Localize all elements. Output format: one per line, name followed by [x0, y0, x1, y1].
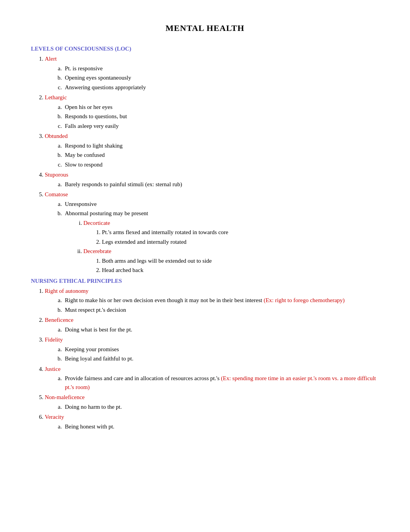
item-label: Fidelity	[45, 337, 63, 343]
list-item: Doing what is best for the pt.	[63, 325, 379, 334]
list-item: Right to make his or her own decision ev…	[63, 296, 379, 305]
sublist: Pt. is responsiveOpening eyes spontaneou…	[63, 64, 379, 92]
example-text: (Ex: right to forego chemotherapy)	[264, 297, 345, 303]
sublist: Respond to light shakingMay be confusedS…	[63, 141, 379, 169]
list-item: Non-maleficenceDoing no harm to the pt.	[45, 393, 379, 411]
list-item: Open his or her eyes	[63, 103, 379, 112]
content-area: LEVELS OF CONSCIOUSNESS (LOC)AlertPt. is…	[31, 46, 379, 431]
item-label: Obtunded	[45, 133, 68, 139]
list-item: Doing no harm to the pt.	[63, 403, 379, 411]
sublist: Barely responds to painful stimuli (ex: …	[63, 180, 379, 189]
item-label: Alert	[45, 56, 57, 62]
list-item: VeracityBeing honest with pt.	[45, 413, 379, 431]
list-item: Respond to light shaking	[63, 141, 379, 150]
sublist: Provide fairness and care and in allocat…	[63, 374, 379, 391]
sublist: Being honest with pt.	[63, 422, 379, 431]
list-item: DecerebrateBoth arms and legs will be ex…	[83, 247, 379, 275]
roman-list: DecorticatePt.'s arms flexed and interna…	[83, 219, 379, 275]
list-item: Head arched back	[102, 266, 379, 275]
roman-label: Decorticate	[83, 220, 110, 226]
list-item: Pt. is responsive	[63, 64, 379, 73]
list-item: Abnormal posturing may be presentDecorti…	[63, 209, 379, 275]
list-item: Falls asleep very easily	[63, 122, 379, 131]
item-label: Lethargic	[45, 94, 67, 100]
list-item: Slow to respond	[63, 160, 379, 169]
section-heading-nursing-ethics: NURSING ETHICAL PRINCIPLES	[31, 278, 379, 284]
list-item: May be confused	[63, 151, 379, 160]
item-label: Veracity	[45, 414, 64, 420]
sublist: Doing what is best for the pt.	[63, 325, 379, 334]
item-label: Non-maleficence	[45, 394, 85, 400]
sublist: UnresponsiveAbnormal posturing may be pr…	[63, 200, 379, 275]
sublist: Keeping your promisesBeing loyal and fai…	[63, 345, 379, 363]
list-item: Responds to questions, but	[63, 112, 379, 121]
item-label: Stuporous	[45, 172, 68, 178]
item-label: Beneficence	[45, 317, 73, 323]
list-item: FidelityKeeping your promisesBeing loyal…	[45, 335, 379, 363]
list-item: Barely responds to painful stimuli (ex: …	[63, 180, 379, 189]
list-item: Unresponsive	[63, 200, 379, 209]
list-item: Answering questions appropriately	[63, 83, 379, 92]
list-item: JusticeProvide fairness and care and in …	[45, 365, 379, 392]
list-item: Pt.'s arms flexed and internally rotated…	[102, 228, 379, 237]
example-text: (Ex: spending more time in an easier pt.…	[65, 375, 376, 390]
list-item: AlertPt. is responsiveOpening eyes spont…	[45, 54, 379, 92]
item-label: Right of autonomy	[45, 288, 88, 294]
list-item: StuporousBarely responds to painful stim…	[45, 170, 379, 189]
page-title: MENTAL HEALTH	[31, 23, 379, 33]
numbered-list: Pt.'s arms flexed and internally rotated…	[102, 228, 379, 246]
list-item: Must respect pt.'s decision	[63, 306, 379, 314]
list-nursing-ethics: Right of autonomyRight to make his or he…	[45, 287, 379, 431]
sublist: Doing no harm to the pt.	[63, 403, 379, 411]
sublist: Open his or her eyesResponds to question…	[63, 103, 379, 131]
list-item: BeneficenceDoing what is best for the pt…	[45, 316, 379, 334]
list-item: DecorticatePt.'s arms flexed and interna…	[83, 219, 379, 246]
list-loc: AlertPt. is responsiveOpening eyes spont…	[45, 54, 379, 275]
list-item: ComatoseUnresponsiveAbnormal posturing m…	[45, 190, 379, 275]
list-item: Right of autonomyRight to make his or he…	[45, 287, 379, 314]
sublist: Right to make his or her own decision ev…	[63, 296, 379, 314]
item-label: Justice	[45, 366, 61, 372]
list-item: Provide fairness and care and in allocat…	[63, 374, 379, 391]
roman-label: Decerebrate	[83, 248, 111, 254]
list-item: LethargicOpen his or her eyesResponds to…	[45, 93, 379, 130]
section-heading-loc: LEVELS OF CONSCIOUSNESS (LOC)	[31, 46, 379, 52]
item-label: Comatose	[45, 191, 68, 197]
list-item: ObtundedRespond to light shakingMay be c…	[45, 132, 379, 169]
list-item: Being honest with pt.	[63, 422, 379, 431]
list-item: Legs extended and internally rotated	[102, 238, 379, 246]
numbered-list: Both arms and legs will be extended out …	[102, 257, 379, 275]
list-item: Keeping your promises	[63, 345, 379, 354]
list-item: Both arms and legs will be extended out …	[102, 257, 379, 265]
list-item: Opening eyes spontaneously	[63, 73, 379, 82]
list-item: Being loyal and faithful to pt.	[63, 354, 379, 363]
